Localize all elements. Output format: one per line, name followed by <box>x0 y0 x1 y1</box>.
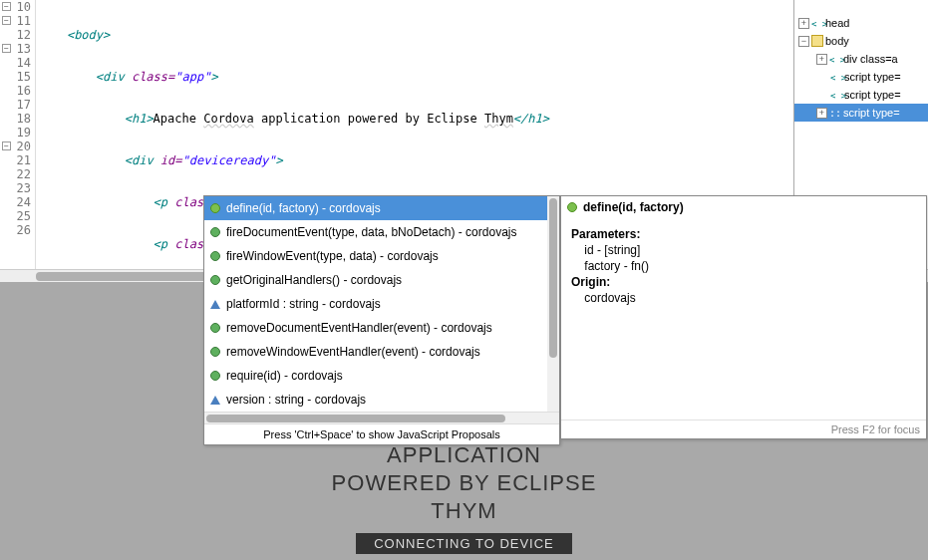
line-number: 12 <box>0 28 31 42</box>
line-number: 14 <box>0 56 31 70</box>
autocomplete-hint: Press 'Ctrl+Space' to show JavaScript Pr… <box>204 423 559 444</box>
expand-icon[interactable]: + <box>816 108 827 119</box>
autocomplete-popup: define(id, factory) - cordovajs fireDocu… <box>203 195 560 445</box>
element-icon <box>830 89 842 101</box>
tooltip-title: define(id, factory) <box>583 200 684 214</box>
collapse-icon[interactable]: − <box>798 36 809 47</box>
method-icon <box>210 251 220 261</box>
outline-item-script[interactable]: script type= <box>794 68 928 86</box>
line-number: 24 <box>0 195 31 209</box>
line-number: 10 <box>0 0 31 14</box>
property-icon <box>210 396 220 405</box>
method-icon <box>210 203 220 213</box>
fold-toggle[interactable] <box>2 16 11 25</box>
autocomplete-list[interactable]: define(id, factory) - cordovajs fireDocu… <box>204 196 559 412</box>
line-number: 26 <box>0 223 31 237</box>
autocomplete-item[interactable]: require(id) - cordovajs <box>204 364 559 388</box>
autocomplete-item[interactable]: define(id, factory) - cordovajs <box>204 196 559 220</box>
autocomplete-item[interactable]: getOriginalHandlers() - cordovajs <box>204 268 559 292</box>
element-icon <box>829 53 841 65</box>
method-icon <box>210 371 220 381</box>
vertical-scrollbar[interactable] <box>547 196 559 412</box>
line-number: 16 <box>0 84 31 98</box>
outline-item-div[interactable]: +div class=a <box>794 50 928 68</box>
method-icon <box>210 275 220 285</box>
outline-item-script-selected[interactable]: +script type= <box>794 104 928 122</box>
expand-icon[interactable]: + <box>816 54 827 65</box>
line-number: 22 <box>0 167 31 181</box>
autocomplete-item[interactable]: fireDocumentEvent(type, data, bNoDetach)… <box>204 220 559 244</box>
scrollbar-thumb[interactable] <box>549 198 557 358</box>
line-number: 20 <box>0 140 31 153</box>
line-number: 15 <box>0 70 31 84</box>
element-icon <box>811 17 823 29</box>
preview-heading: APPLICATION POWERED BY ECLIPSE THYM <box>332 441 597 525</box>
script-icon <box>829 107 841 119</box>
property-icon <box>210 300 220 309</box>
outline-item-head[interactable]: +head <box>794 14 928 32</box>
documentation-tooltip: define(id, factory) Parameters: id - [st… <box>560 195 927 439</box>
method-icon <box>567 202 577 212</box>
line-number: 18 <box>0 112 31 126</box>
method-icon <box>210 323 220 333</box>
line-number: 25 <box>0 209 31 223</box>
line-number-gutter: 10 11 12 13 14 15 16 17 18 19 20 21 22 2… <box>0 0 36 269</box>
line-number: 11 <box>0 14 31 28</box>
expand-icon[interactable]: + <box>798 18 809 29</box>
outline-item-body[interactable]: −body <box>794 32 928 50</box>
line-number: 21 <box>0 153 31 167</box>
fold-toggle[interactable] <box>2 44 11 53</box>
method-icon <box>210 347 220 357</box>
autocomplete-item[interactable]: removeWindowEventHandler(event) - cordov… <box>204 340 559 364</box>
line-number: 23 <box>0 181 31 195</box>
body-icon <box>811 35 823 47</box>
tooltip-header: define(id, factory) <box>561 196 926 218</box>
outline-item-script[interactable]: script type= <box>794 86 928 104</box>
autocomplete-item[interactable]: version : string - cordovajs <box>204 388 559 412</box>
line-number: 13 <box>0 42 31 56</box>
horizontal-scrollbar[interactable] <box>204 412 559 423</box>
method-icon <box>210 227 220 237</box>
autocomplete-item[interactable]: platformId : string - cordovajs <box>204 292 559 316</box>
fold-toggle[interactable] <box>2 141 11 150</box>
scrollbar-thumb[interactable] <box>206 415 505 422</box>
line-number: 17 <box>0 98 31 112</box>
autocomplete-item[interactable]: fireWindowEvent(type, data) - cordovajs <box>204 244 559 268</box>
fold-toggle[interactable] <box>2 2 11 11</box>
line-number: 19 <box>0 126 31 140</box>
tooltip-body: Parameters: id - [string] factory - fn()… <box>561 218 926 420</box>
tooltip-footer-hint: Press F2 for focus <box>561 420 926 438</box>
autocomplete-item[interactable]: removeDocumentEventHandler(event) - cord… <box>204 316 559 340</box>
status-badge: CONNECTING TO DEVICE <box>356 533 572 554</box>
element-icon <box>830 71 842 83</box>
